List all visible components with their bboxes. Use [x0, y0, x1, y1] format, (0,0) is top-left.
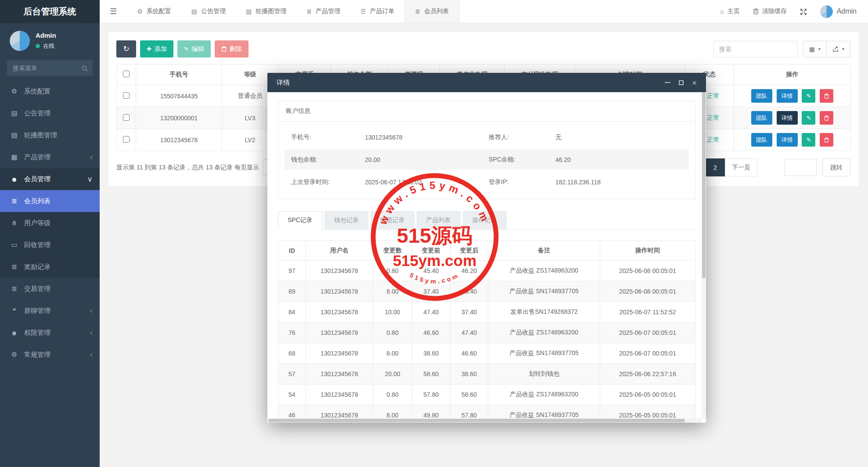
- avatar: [10, 31, 30, 51]
- next-page-button[interactable]: 下一页: [725, 158, 757, 176]
- username: Admin: [837, 7, 857, 15]
- table-search-input[interactable]: [713, 41, 798, 57]
- trash-icon: [824, 137, 829, 143]
- sidebar-item[interactable]: ❝ 群聊管理 ‹: [0, 300, 100, 322]
- row-edit-button[interactable]: ✎: [802, 89, 815, 103]
- record-username: 13012345678: [306, 343, 373, 364]
- row-delete-button[interactable]: [820, 133, 833, 147]
- chevron-down-icon: ∨: [87, 175, 93, 184]
- home-icon: ⌂: [720, 8, 724, 15]
- sidebar-profile[interactable]: Admin 在线: [0, 23, 100, 54]
- sidebar-item[interactable]: ☻ 会员管理 ∨: [0, 168, 100, 190]
- edit-button[interactable]: ✎编辑: [177, 40, 211, 57]
- close-icon[interactable]: ×: [692, 79, 697, 87]
- menu-icon: ☰: [360, 8, 366, 15]
- field-value: 46.20: [555, 156, 682, 163]
- modal-vertical-scrollbar[interactable]: [702, 92, 706, 418]
- pencil-icon: ✎: [806, 115, 811, 121]
- hamburger-icon[interactable]: ☰: [100, 0, 127, 23]
- field-label: 推荐人:: [489, 133, 555, 141]
- team-button[interactable]: 团队: [751, 89, 772, 103]
- cell-phone: 13200000001: [136, 107, 222, 129]
- topnav-tab[interactable]: ▧ 轮播图管理: [236, 0, 296, 23]
- topnav-tab[interactable]: ▤ 公告管理: [181, 0, 236, 23]
- top-navbar: ☰ ⚙ 系统配置 ▤ 公告管理 ▧ 轮播图管理 ≣ 产品管理 ☰: [100, 0, 868, 23]
- record-time: 2025-06-07 11:52:52: [600, 302, 695, 323]
- select-all-checkbox[interactable]: [123, 71, 130, 77]
- maximize-icon[interactable]: [679, 80, 684, 85]
- record-after: 45.40: [450, 281, 488, 302]
- sidebar-item[interactable]: ▤ 公告管理: [0, 102, 100, 124]
- sidebar-item[interactable]: ≣ 会员列表: [0, 190, 100, 212]
- sidebar-item[interactable]: ⚙ 常规管理 ‹: [0, 344, 100, 366]
- topnav-tab[interactable]: ≣ 产品管理: [296, 0, 350, 23]
- sidebar-item[interactable]: ▦ 产品管理 ‹: [0, 146, 100, 168]
- export-button[interactable]: ▾: [826, 41, 850, 57]
- image-icon: ▧: [246, 8, 252, 15]
- scrollbar-thumb[interactable]: [268, 419, 685, 422]
- refresh-button[interactable]: ↻: [116, 40, 136, 57]
- records-summary: 显示第 11 到第 13 条记录，总共 13 条记录 每页显示: [116, 164, 259, 172]
- record-id: 57: [278, 364, 306, 384]
- record-tab[interactable]: SPC记录: [278, 211, 322, 230]
- jump-button[interactable]: 跳转: [822, 158, 850, 176]
- record-row: 89 13012345678 8.00 37.40 45.40 产品收益 SN1…: [278, 281, 695, 302]
- list-icon: ≣: [10, 263, 18, 271]
- page-number-button[interactable]: 2: [705, 158, 725, 176]
- account-info-row: 钱包余额: 20.00 SPC余额: 46.20: [285, 150, 689, 170]
- record-tab[interactable]: 提现记录: [371, 211, 414, 229]
- account-info-title: 账户信息: [278, 101, 695, 122]
- sidebar-item[interactable]: ▭ 回收管理: [0, 234, 100, 256]
- team-button[interactable]: 团队: [751, 133, 772, 147]
- topnav-tab[interactable]: ⚙ 系统配置: [127, 0, 181, 23]
- modal-titlebar[interactable]: 详情 ×: [267, 73, 706, 92]
- detail-button[interactable]: 详情: [777, 111, 798, 125]
- sidebar-item[interactable]: ⋔ 用户等级: [0, 212, 100, 234]
- topnav-tab-label: 产品订单: [370, 7, 394, 15]
- home-link[interactable]: ⌂ 主页: [720, 7, 739, 15]
- delete-button[interactable]: 删除: [215, 40, 249, 57]
- topnav-tab[interactable]: ☰ 产品订单: [350, 0, 405, 23]
- team-button[interactable]: 团队: [751, 111, 772, 125]
- card-icon: ▭: [10, 241, 18, 249]
- record-tab[interactable]: 钱包记录: [324, 211, 368, 229]
- row-edit-button[interactable]: ✎: [802, 133, 815, 147]
- detail-button[interactable]: 详情: [777, 133, 798, 147]
- row-checkbox[interactable]: [123, 114, 130, 121]
- row-delete-button[interactable]: [820, 89, 833, 103]
- sidebar-item[interactable]: ⚙ 系统配置: [0, 80, 100, 102]
- th-icon: ▦: [809, 46, 815, 53]
- minimize-icon[interactable]: [665, 82, 670, 83]
- detail-button[interactable]: 详情: [777, 89, 798, 103]
- clear-cache-link[interactable]: 清除缓存: [753, 7, 787, 15]
- modal-horizontal-scrollbar[interactable]: [267, 418, 702, 423]
- list-icon: ≣: [10, 285, 18, 293]
- user-menu[interactable]: Admin: [820, 5, 857, 18]
- sidebar-item[interactable]: ≣ 交易管理: [0, 278, 100, 300]
- row-delete-button[interactable]: [820, 111, 833, 125]
- row-checkbox[interactable]: [123, 92, 130, 99]
- scrollbar-thumb[interactable]: [702, 92, 706, 278]
- sidebar-item-label: 公告管理: [24, 109, 50, 118]
- record-tab[interactable]: 产品列表: [417, 211, 461, 229]
- add-button[interactable]: ✚添加: [140, 40, 173, 57]
- trash-icon: [753, 8, 759, 14]
- sidebar-item[interactable]: ▧ 轮播图管理: [0, 124, 100, 146]
- sidebar-item[interactable]: ☻ 权限管理 ‹: [0, 322, 100, 344]
- row-checkbox[interactable]: [123, 136, 130, 143]
- record-change: 10.00: [373, 302, 412, 323]
- avatar: [820, 5, 833, 18]
- topnav-tab[interactable]: ≣ 会员列表: [404, 0, 459, 23]
- jump-page-input[interactable]: [785, 159, 817, 176]
- list-icon: ≣: [10, 197, 18, 205]
- record-change: 0.80: [373, 384, 412, 405]
- records-header-row: ID 用户名 变更数 变更前 变更后 备注 操作时间: [278, 241, 695, 261]
- topnav-tab-label: 系统配置: [147, 7, 171, 15]
- record-tab[interactable]: 操作记录: [463, 211, 507, 229]
- fullscreen-button[interactable]: [800, 7, 807, 15]
- field-label: SPC余额:: [489, 156, 555, 164]
- columns-button[interactable]: ▦▾: [803, 41, 827, 57]
- row-edit-button[interactable]: ✎: [802, 111, 815, 125]
- sidebar-item[interactable]: ≣ 奖励记录: [0, 256, 100, 278]
- menu-search-input[interactable]: [7, 60, 93, 76]
